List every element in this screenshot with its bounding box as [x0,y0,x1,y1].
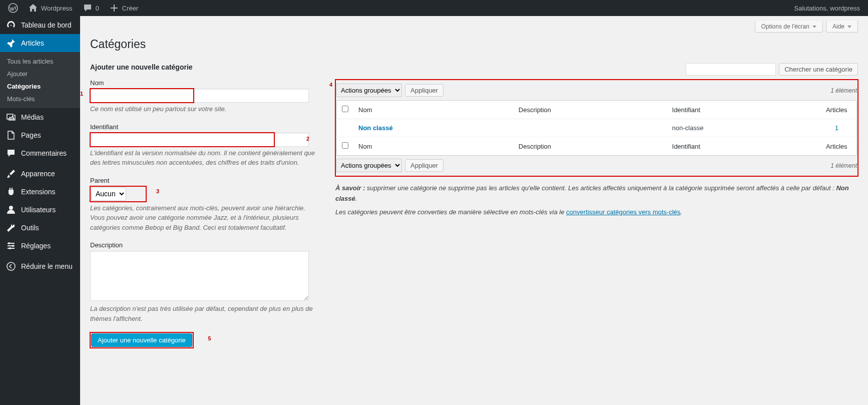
desc-textarea[interactable] [90,251,309,301]
chevron-down-icon [847,26,851,28]
item-count-top: 1 élément [830,87,857,94]
help-label: Aide [832,23,844,30]
submenu-all-posts[interactable]: Tous les articles [0,55,80,68]
slug-label: Identifiant [90,123,320,131]
menu-comments-label: Commentaires [21,149,67,157]
comments-count: 0 [96,5,99,12]
menu-dashboard[interactable]: Tableau de bord [0,16,80,34]
user-icon [6,205,16,215]
page-title: Catégories [90,38,858,53]
admin-menu: Tableau de bord Articles Tous les articl… [0,16,80,405]
category-posts-count[interactable]: 1 [835,124,838,132]
col-desc[interactable]: Description [514,101,667,119]
admin-bar: Wordpress 0 Créer Salutations, wordpress [0,0,868,16]
note1-body: supprimer une catégorie ne supprime pas … [365,184,836,192]
plugin-icon [6,187,16,197]
col-name-foot[interactable]: Nom [353,137,514,156]
annotation-1: 1 [80,91,83,97]
select-all-bottom[interactable] [342,142,348,149]
col-posts[interactable]: Articles [817,101,857,119]
col-name[interactable]: Nom [353,101,514,119]
category-link[interactable]: Non classé [358,124,393,132]
sliders-icon [6,241,16,251]
converter-link[interactable]: convertisseur catégories vers mots-clés [566,208,680,216]
wrench-icon [6,223,16,233]
desc-label: Description [90,241,320,249]
site-name-link[interactable]: Wordpress [24,0,77,16]
site-name: Wordpress [41,5,73,12]
svg-point-4 [9,247,11,249]
svg-point-5 [7,262,15,270]
name-help: Ce nom est utilisé un peu partout sur vo… [90,104,320,114]
wp-logo[interactable] [4,0,22,16]
submit-button[interactable]: Ajouter une nouvelle catégorie [91,333,192,347]
col-slug[interactable]: Identifiant [667,101,817,119]
menu-appearance[interactable]: Apparence [0,165,80,183]
menu-users[interactable]: Utilisateurs [0,201,80,219]
submenu-categories[interactable]: Catégories [0,80,80,93]
menu-settings[interactable]: Réglages [0,237,80,255]
menu-pages[interactable]: Pages [0,126,80,144]
annotation-2: 2 [306,136,309,142]
col-posts-foot[interactable]: Articles [817,137,857,156]
menu-comments[interactable]: Commentaires [0,144,80,162]
comment-icon [6,148,16,158]
notes: À savoir : supprimer une catégorie ne su… [335,183,858,217]
menu-tools-label: Outils [21,224,39,232]
bulk-action-bottom[interactable]: Actions groupées [336,159,402,172]
search-input[interactable] [686,63,776,76]
name-label: Nom [90,79,320,87]
help-button[interactable]: Aide [826,21,858,33]
name-input-ext[interactable] [194,89,309,103]
add-category-heading: Ajouter une nouvelle catégorie [90,63,320,71]
menu-tools[interactable]: Outils [0,219,80,237]
search-button[interactable]: Chercher une catégorie [779,63,858,76]
menu-media[interactable]: Médias [0,108,80,126]
collapse-icon [6,261,16,271]
new-label: Créer [122,5,139,12]
menu-settings-label: Réglages [21,242,51,250]
note1-prefix: À savoir : [335,184,365,192]
menu-users-label: Utilisateurs [21,206,56,214]
annotation-3: 3 [156,188,159,194]
categories-table: Nom Description Identifiant Articles Non… [336,100,857,156]
bulk-action-top[interactable]: Actions groupées [336,84,402,97]
table-row: Non classé non-classe 1 [337,119,857,137]
chevron-down-icon [812,26,816,28]
slug-input-ext[interactable] [274,133,309,147]
name-input[interactable] [90,89,194,103]
posts-submenu: Tous les articles Ajouter Catégories Mot… [0,52,80,108]
note2-prefix: Les catégories peuvent être converties d… [335,208,566,216]
menu-collapse-label: Réduire le menu [21,262,73,270]
apply-top-button[interactable]: Appliquer [405,84,444,97]
menu-plugins-label: Extensions [21,188,55,196]
dashboard-icon [6,20,16,30]
col-desc-foot[interactable]: Description [514,137,667,156]
media-icon [6,112,16,122]
submenu-add-post[interactable]: Ajouter [0,68,80,80]
select-all-top[interactable] [342,106,348,112]
submenu-tags[interactable]: Mots-clés [0,93,80,105]
menu-collapse[interactable]: Réduire le menu [0,257,80,275]
desc-help: La description n'est pas très utilisée p… [90,304,320,323]
slug-input[interactable] [90,133,274,147]
apply-bottom-button[interactable]: Appliquer [405,159,444,172]
menu-posts-label: Articles [21,39,44,47]
comments-link[interactable]: 0 [79,0,103,16]
svg-point-1 [9,206,13,210]
annotation-4: 4 [329,82,332,88]
menu-posts[interactable]: Articles [0,34,80,52]
greeting[interactable]: Salutations, wordpress [790,5,864,12]
menu-plugins[interactable]: Extensions [0,183,80,201]
col-slug-foot[interactable]: Identifiant [667,137,817,156]
category-desc [514,119,667,137]
new-link[interactable]: Créer [105,0,143,16]
slug-help: L'identifiant est la version normalisée … [90,148,320,168]
svg-point-3 [12,245,14,247]
parent-label: Parent [90,177,320,184]
item-count-bottom: 1 élément [830,162,857,169]
category-slug: non-classe [667,119,817,137]
screen-options-button[interactable]: Options de l'écran [755,21,823,33]
parent-help: Les catégories, contrairement aux mots-c… [90,203,320,233]
parent-select[interactable]: Aucun [91,187,126,201]
